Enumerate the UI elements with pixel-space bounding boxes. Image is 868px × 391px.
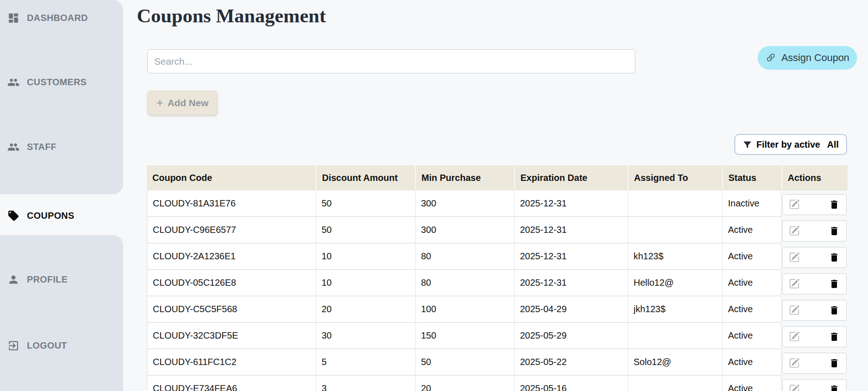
col-coupon-code: Coupon Code xyxy=(147,165,316,190)
discount-amount-cell: 3 xyxy=(316,376,415,391)
assigned-to-cell xyxy=(628,190,722,217)
filter-label: Filter by active xyxy=(756,139,820,150)
delete-button[interactable] xyxy=(829,305,840,316)
delete-button[interactable] xyxy=(829,252,840,263)
add-new-label: Add New xyxy=(167,98,208,108)
edit-button[interactable] xyxy=(789,384,800,391)
add-new-button[interactable]: + Add New xyxy=(147,91,218,115)
col-discount-amount: Discount Amount xyxy=(316,165,415,190)
trash-icon xyxy=(829,252,840,263)
edit-pencil-icon xyxy=(789,199,800,210)
status-cell: Active xyxy=(722,270,781,296)
coupons-tbody: CLOUDY-81A31E76 50 300 2025-12-31 Inacti… xyxy=(147,190,847,391)
actions-box xyxy=(782,247,847,268)
status-cell: Active xyxy=(722,217,781,243)
min-purchase-cell: 300 xyxy=(415,190,514,217)
sidebar-item-label: DASHBOARD xyxy=(27,13,88,23)
page-title: Coupons Management xyxy=(137,5,326,27)
delete-button[interactable] xyxy=(829,199,840,210)
staff-group-icon xyxy=(7,141,20,153)
actions-cell xyxy=(781,243,847,270)
actions-cell xyxy=(781,217,847,243)
delete-button[interactable] xyxy=(829,226,840,237)
search-input[interactable] xyxy=(147,49,635,73)
status-cell: Active xyxy=(722,376,781,391)
assign-coupon-label: Assign Coupon xyxy=(781,52,849,64)
col-expiration-date: Expiration Date xyxy=(514,165,628,190)
expiration-date-cell: 2025-04-29 xyxy=(514,296,628,323)
table-row: CLOUDY-2A1236E1 10 80 2025-12-31 kh123$ … xyxy=(147,243,847,270)
trash-icon xyxy=(829,358,840,369)
sidebar-item-coupons[interactable]: COUPONS xyxy=(7,206,112,225)
sidebar-item-label: LOGOUT xyxy=(27,340,67,351)
edit-pencil-icon xyxy=(789,252,800,262)
discount-amount-cell: 10 xyxy=(316,270,415,296)
sidebar-item-logout[interactable]: LOGOUT xyxy=(7,336,112,355)
sidebar-item-dashboard[interactable]: DASHBOARD xyxy=(7,9,112,27)
edit-button[interactable] xyxy=(789,305,800,315)
assigned-to-cell xyxy=(628,376,722,391)
person-icon xyxy=(7,273,20,286)
min-purchase-cell: 50 xyxy=(415,349,514,376)
col-status: Status xyxy=(722,165,781,190)
plus-icon: + xyxy=(156,97,163,108)
assigned-to-cell: kh123$ xyxy=(628,243,722,270)
min-purchase-cell: 100 xyxy=(415,296,514,323)
sidebar-item-staff[interactable]: STAFF xyxy=(7,138,112,156)
table-row: CLOUDY-81A31E76 50 300 2025-12-31 Inacti… xyxy=(147,190,847,217)
coupon-code-cell: CLOUDY-E734FEA6 xyxy=(147,376,316,391)
min-purchase-cell: 300 xyxy=(415,217,514,243)
sidebar-background-bottom xyxy=(0,235,123,391)
actions-cell xyxy=(781,296,847,323)
edit-button[interactable] xyxy=(789,278,800,289)
assigned-to-cell: jkh123$ xyxy=(628,296,722,323)
coupon-code-cell: CLOUDY-81A31E76 xyxy=(147,190,316,217)
edit-button[interactable] xyxy=(789,252,800,262)
assigned-to-cell xyxy=(628,323,722,349)
customers-group-icon xyxy=(7,76,20,88)
delete-button[interactable] xyxy=(829,384,840,391)
trash-icon xyxy=(829,305,840,316)
filter-value: All xyxy=(827,139,839,150)
sidebar-item-label: PROFILE xyxy=(27,274,68,285)
status-cell: Inactive xyxy=(722,190,781,217)
dashboard-icon xyxy=(7,12,20,24)
coupon-code-cell: CLOUDY-2A1236E1 xyxy=(147,243,316,270)
expiration-date-cell: 2025-12-31 xyxy=(514,243,628,270)
coupon-code-cell: CLOUDY-C96E6577 xyxy=(147,217,316,243)
actions-box xyxy=(782,379,847,391)
trash-icon xyxy=(829,331,840,342)
actions-box xyxy=(782,194,847,215)
actions-box xyxy=(782,353,847,374)
edit-pencil-icon xyxy=(789,384,800,391)
delete-button[interactable] xyxy=(829,278,840,289)
actions-box xyxy=(782,273,847,294)
col-assigned-to: Assigned To xyxy=(628,165,722,190)
assigned-to-cell: Solo12@ xyxy=(628,349,722,376)
delete-button[interactable] xyxy=(829,331,840,342)
expiration-date-cell: 2025-05-29 xyxy=(514,323,628,349)
table-row: CLOUDY-C96E6577 50 300 2025-12-31 Active xyxy=(147,217,847,243)
sidebar-item-profile[interactable]: PROFILE xyxy=(7,270,112,288)
min-purchase-cell: 20 xyxy=(415,376,514,391)
assigned-to-cell: Hello12@ xyxy=(628,270,722,296)
assign-coupon-button[interactable]: Assign Coupon xyxy=(758,46,857,70)
discount-amount-cell: 50 xyxy=(316,190,415,217)
actions-cell xyxy=(781,376,847,391)
edit-button[interactable] xyxy=(789,226,800,236)
edit-button[interactable] xyxy=(789,331,800,342)
discount-amount-cell: 5 xyxy=(316,349,415,376)
filter-by-active-button[interactable]: Filter by active All xyxy=(734,134,847,155)
trash-icon xyxy=(829,278,840,289)
coupon-tag-icon xyxy=(7,210,20,222)
sidebar-item-customers[interactable]: CUSTOMERS xyxy=(7,73,112,91)
edit-button[interactable] xyxy=(789,199,800,210)
edit-button[interactable] xyxy=(789,358,800,368)
discount-amount-cell: 30 xyxy=(316,323,415,349)
actions-cell xyxy=(781,270,847,296)
edit-pencil-icon xyxy=(789,226,800,236)
delete-button[interactable] xyxy=(829,358,840,369)
col-actions: Actions xyxy=(781,165,847,190)
discount-amount-cell: 20 xyxy=(316,296,415,323)
trash-icon xyxy=(829,199,840,210)
